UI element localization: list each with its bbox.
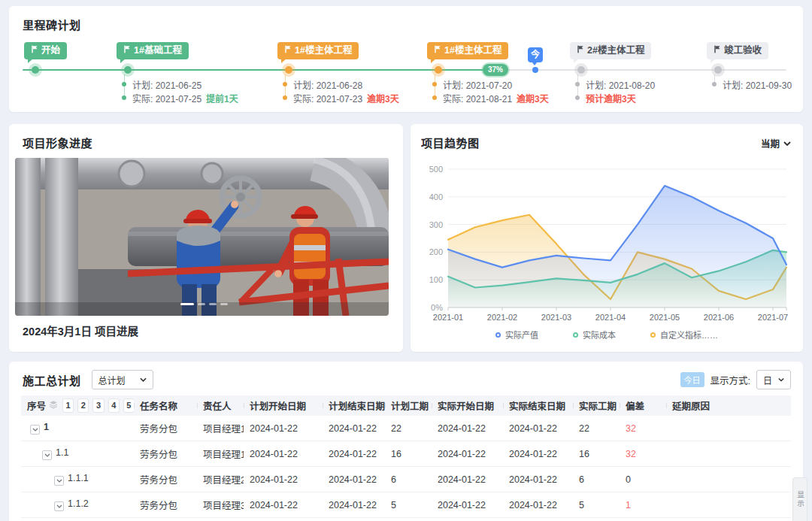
column-header[interactable]: 序号12345 — [21, 398, 134, 413]
level-button[interactable]: 5 — [124, 399, 134, 412]
carousel-indicators[interactable] — [180, 303, 228, 305]
detail-dot — [283, 82, 287, 86]
milestone-node[interactable] — [435, 66, 442, 74]
actual-start-cell: 2024-01-22 — [432, 500, 503, 510]
project-photo[interactable] — [15, 158, 389, 316]
expand-toggle-icon[interactable] — [54, 476, 64, 486]
column-header-label: 实际结束日期 — [509, 398, 565, 413]
task-id: 1.1.1 — [68, 473, 89, 483]
milestone-label: 开始 — [41, 42, 60, 59]
flag-icon — [714, 42, 721, 59]
carousel-dash[interactable] — [220, 303, 228, 305]
svg-text:2021-04: 2021-04 — [595, 313, 626, 322]
milestone-badge[interactable]: 1#楼主体工程 — [277, 42, 359, 59]
milestone-detail: 实际: 2021-07-25提前1天 — [122, 91, 238, 105]
flag-icon — [284, 42, 292, 59]
column-header-label: 实际工期 — [579, 398, 617, 413]
plan-start-cell: 2024-01-22 — [244, 449, 323, 459]
milestone-badge[interactable]: 2#楼主体工程 — [570, 42, 651, 59]
show-panel-toggle[interactable]: 显示 — [792, 477, 807, 521]
display-mode-select[interactable]: 日 — [756, 370, 791, 389]
legend-marker — [573, 332, 578, 338]
photo-card-title: 项目形象进度 — [23, 135, 92, 150]
detail-dot — [575, 82, 580, 86]
show-panel-toggle-label: 显示 — [795, 491, 805, 508]
table-row[interactable]: 1劳务分包项目经理12024-01-222024-01-22222024-01-… — [21, 416, 791, 441]
plan-type-select-value: 总计划 — [98, 374, 126, 386]
period-select[interactable]: 当期 — [761, 136, 791, 150]
legend-item[interactable]: 实际成本 — [573, 329, 616, 341]
carousel-dash[interactable] — [209, 303, 217, 305]
milestone-label: 1#基础工程 — [134, 42, 182, 59]
milestone-node[interactable] — [577, 66, 585, 74]
task-name-cell: 劳务分包 — [134, 498, 197, 512]
column-header[interactable]: 计划工期 — [385, 398, 432, 413]
milestone-badge[interactable]: 1#楼主体工程 — [427, 42, 508, 59]
deviation-cell: 32 — [620, 449, 666, 459]
detail-status-tag: 提前1天 — [206, 92, 238, 105]
milestone-details: 计划: 2021-09-30 — [712, 77, 792, 91]
expand-toggle-icon[interactable] — [54, 501, 64, 511]
milestone-node[interactable] — [124, 66, 132, 74]
task-name-cell: 劳务分包 — [134, 447, 197, 461]
plan-days-cell: 16 — [385, 449, 432, 459]
task-id: 1 — [44, 422, 49, 432]
column-header[interactable]: 延期原因 — [666, 398, 791, 413]
column-header[interactable]: 实际工期 — [573, 398, 620, 413]
table-body: 1劳务分包项目经理12024-01-222024-01-22222024-01-… — [21, 416, 791, 518]
milestone-card: 里程碑计划 开始1#基础工程计划: 2021-06-25实际: 2021-07-… — [9, 6, 803, 112]
chart-legend: 实际产值实际成本自定义指标…… — [411, 329, 803, 341]
actual-days-cell: 16 — [573, 449, 620, 459]
milestone-label: 2#楼主体工程 — [587, 42, 644, 59]
column-header[interactable]: 实际结束日期 — [503, 398, 573, 413]
column-header[interactable]: 实际开始日期 — [432, 398, 503, 413]
plan-start-cell: 2024-01-22 — [244, 423, 323, 434]
table-row[interactable]: 1.1.1劳务分包项目经理22024-01-222024-01-2262024-… — [21, 467, 791, 492]
table-row[interactable]: 1.1.2劳务分包项目经理32024-01-222024-01-2252024-… — [21, 492, 791, 518]
column-header-label: 责任人 — [203, 398, 232, 413]
milestone-badge[interactable]: 竣工验收 — [707, 42, 768, 59]
svg-text:400: 400 — [429, 192, 443, 201]
column-header[interactable]: 计划结束日期 — [323, 398, 385, 413]
flag-icon — [434, 42, 441, 59]
level-button[interactable]: 2 — [78, 399, 88, 412]
plan-type-select[interactable]: 总计划 — [92, 370, 153, 389]
svg-text:2021-02: 2021-02 — [487, 313, 517, 322]
milestone-badge[interactable]: 1#基础工程 — [117, 42, 189, 59]
owner-cell: 项目经理3 — [197, 498, 244, 512]
milestone-badge[interactable]: 开始 — [24, 42, 67, 59]
expand-toggle-icon[interactable] — [30, 425, 40, 435]
column-header[interactable]: 责任人 — [197, 398, 244, 413]
level-button[interactable]: 4 — [109, 399, 119, 412]
milestone-label: 1#楼主体工程 — [444, 42, 501, 59]
legend-marker — [495, 332, 501, 338]
legend-item[interactable]: 实际产值 — [495, 329, 538, 341]
milestone-detail: 计划: 2021-06-28 — [283, 77, 399, 91]
column-header[interactable]: 任务名称 — [134, 398, 197, 413]
svg-text:2021-07: 2021-07 — [758, 313, 788, 322]
milestone-node[interactable] — [714, 66, 722, 74]
level-button[interactable]: 3 — [93, 399, 103, 412]
table-row[interactable]: 1.1劳务分包项目经理12024-01-222024-01-22162024-0… — [21, 441, 791, 467]
milestone-node[interactable] — [285, 66, 292, 74]
expand-toggle-icon[interactable] — [42, 450, 52, 460]
milestone-detail: 实际: 2021-08-21逾期3天 — [432, 91, 549, 105]
milestone-details: 计划: 2021-06-25实际: 2021-07-25提前1天 — [122, 77, 238, 105]
svg-text:500: 500 — [429, 165, 443, 174]
actual-end-cell: 2024-01-22 — [503, 500, 573, 510]
task-name-cell: 劳务分包 — [134, 472, 197, 486]
legend-item[interactable]: 自定义指标…… — [650, 329, 718, 341]
today-marker-dot — [532, 67, 538, 73]
carousel-dash-active[interactable] — [180, 303, 194, 305]
detail-text: 计划: 2021-09-30 — [723, 78, 792, 91]
milestone-details: 计划: 2021-08-20预计逾期3天 — [575, 77, 655, 105]
level-button[interactable]: 1 — [63, 399, 73, 412]
legend-label: 实际产值 — [505, 329, 538, 341]
detail-status-tag: 逾期3天 — [367, 92, 399, 105]
column-header[interactable]: 偏差 — [620, 398, 666, 413]
column-header[interactable]: 计划开始日期 — [244, 398, 323, 413]
milestone-label: 1#楼主体工程 — [295, 42, 352, 59]
detail-dot — [122, 82, 126, 86]
carousel-dash[interactable] — [198, 303, 205, 305]
milestone-node[interactable] — [32, 66, 39, 74]
